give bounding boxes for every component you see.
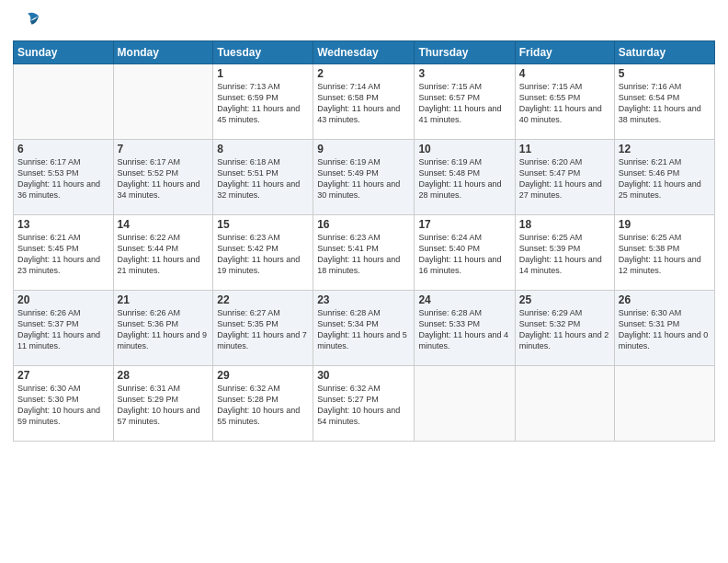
- day-number: 4: [519, 67, 610, 80]
- day-info: Sunrise: 6:28 AMSunset: 5:34 PMDaylight:…: [317, 307, 410, 352]
- day-info: Sunrise: 7:15 AMSunset: 6:57 PMDaylight:…: [418, 81, 510, 126]
- day-info: Sunrise: 6:18 AMSunset: 5:51 PMDaylight:…: [217, 156, 309, 201]
- calendar-cell: 27Sunrise: 6:30 AMSunset: 5:30 PMDayligh…: [14, 366, 114, 442]
- day-info: Sunrise: 6:26 AMSunset: 5:36 PMDaylight:…: [118, 307, 210, 352]
- calendar-header-saturday: Saturday: [614, 41, 714, 64]
- day-number: 26: [619, 293, 711, 306]
- day-info: Sunrise: 6:26 AMSunset: 5:37 PMDaylight:…: [17, 307, 109, 352]
- day-number: 10: [418, 143, 510, 155]
- day-number: 3: [418, 67, 510, 80]
- calendar-cell: 2Sunrise: 7:14 AMSunset: 6:58 PMDaylight…: [313, 64, 415, 140]
- calendar-week-row: 6Sunrise: 6:17 AMSunset: 5:53 PMDaylight…: [14, 140, 715, 215]
- calendar-cell: 21Sunrise: 6:26 AMSunset: 5:36 PMDayligh…: [113, 291, 213, 366]
- calendar-cell: 14Sunrise: 6:22 AMSunset: 5:44 PMDayligh…: [113, 215, 213, 291]
- day-info: Sunrise: 6:28 AMSunset: 5:33 PMDaylight:…: [418, 307, 510, 352]
- day-number: 13: [17, 218, 109, 231]
- day-number: 2: [317, 67, 410, 80]
- day-number: 17: [418, 218, 510, 231]
- day-info: Sunrise: 7:14 AMSunset: 6:58 PMDaylight:…: [317, 81, 410, 126]
- calendar-cell: 16Sunrise: 6:23 AMSunset: 5:41 PMDayligh…: [313, 215, 415, 291]
- day-number: 28: [118, 369, 210, 382]
- calendar-cell: 7Sunrise: 6:17 AMSunset: 5:52 PMDaylight…: [113, 140, 213, 215]
- day-info: Sunrise: 6:19 AMSunset: 5:48 PMDaylight:…: [418, 156, 510, 201]
- day-number: 15: [217, 218, 309, 231]
- calendar-cell: 5Sunrise: 7:16 AMSunset: 6:54 PMDaylight…: [614, 64, 714, 140]
- day-number: 30: [317, 369, 410, 382]
- calendar-cell: 8Sunrise: 6:18 AMSunset: 5:51 PMDaylight…: [213, 140, 313, 215]
- day-number: 29: [217, 369, 309, 382]
- day-info: Sunrise: 6:30 AMSunset: 5:30 PMDaylight:…: [17, 383, 109, 428]
- logo: [13, 9, 40, 35]
- day-info: Sunrise: 6:17 AMSunset: 5:52 PMDaylight:…: [118, 156, 210, 201]
- calendar-cell: 29Sunrise: 6:32 AMSunset: 5:28 PMDayligh…: [213, 366, 313, 442]
- calendar-cell: [14, 64, 114, 140]
- day-info: Sunrise: 6:32 AMSunset: 5:28 PMDaylight:…: [217, 383, 309, 428]
- calendar-table: SundayMondayTuesdayWednesdayThursdayFrid…: [13, 40, 715, 442]
- calendar-cell: 6Sunrise: 6:17 AMSunset: 5:53 PMDaylight…: [14, 140, 114, 215]
- calendar-cell: 11Sunrise: 6:20 AMSunset: 5:47 PMDayligh…: [515, 140, 614, 215]
- day-number: 23: [317, 293, 410, 306]
- calendar-cell: 4Sunrise: 7:15 AMSunset: 6:55 PMDaylight…: [515, 64, 614, 140]
- calendar-cell: 1Sunrise: 7:13 AMSunset: 6:59 PMDaylight…: [213, 64, 313, 140]
- calendar-cell: 13Sunrise: 6:21 AMSunset: 5:45 PMDayligh…: [14, 215, 114, 291]
- calendar-header-tuesday: Tuesday: [213, 41, 313, 64]
- day-number: 8: [217, 143, 309, 155]
- calendar-cell: 26Sunrise: 6:30 AMSunset: 5:31 PMDayligh…: [614, 291, 714, 366]
- calendar-cell: 18Sunrise: 6:25 AMSunset: 5:39 PMDayligh…: [515, 215, 614, 291]
- calendar-cell: [415, 366, 515, 442]
- day-number: 22: [217, 293, 309, 306]
- calendar-cell: 22Sunrise: 6:27 AMSunset: 5:35 PMDayligh…: [213, 291, 313, 366]
- day-number: 18: [519, 218, 610, 231]
- day-info: Sunrise: 6:29 AMSunset: 5:32 PMDaylight:…: [519, 307, 610, 352]
- day-info: Sunrise: 6:17 AMSunset: 5:53 PMDaylight:…: [17, 156, 109, 201]
- day-info: Sunrise: 6:24 AMSunset: 5:40 PMDaylight:…: [418, 232, 510, 277]
- calendar-cell: 24Sunrise: 6:28 AMSunset: 5:33 PMDayligh…: [415, 291, 515, 366]
- day-info: Sunrise: 6:31 AMSunset: 5:29 PMDaylight:…: [118, 383, 210, 428]
- calendar-cell: 30Sunrise: 6:32 AMSunset: 5:27 PMDayligh…: [313, 366, 415, 442]
- calendar-week-row: 20Sunrise: 6:26 AMSunset: 5:37 PMDayligh…: [14, 291, 715, 366]
- calendar-header-wednesday: Wednesday: [313, 41, 415, 64]
- logo-bird-icon: [15, 9, 40, 35]
- page: SundayMondayTuesdayWednesdayThursdayFrid…: [0, 0, 728, 563]
- day-info: Sunrise: 6:19 AMSunset: 5:49 PMDaylight:…: [317, 156, 410, 201]
- day-number: 14: [118, 218, 210, 231]
- day-number: 20: [17, 293, 109, 306]
- day-number: 12: [619, 143, 711, 155]
- day-info: Sunrise: 6:23 AMSunset: 5:42 PMDaylight:…: [217, 232, 309, 277]
- day-number: 21: [118, 293, 210, 306]
- day-number: 6: [17, 143, 109, 155]
- day-number: 19: [619, 218, 711, 231]
- calendar-week-row: 13Sunrise: 6:21 AMSunset: 5:45 PMDayligh…: [14, 215, 715, 291]
- calendar-cell: [614, 366, 714, 442]
- day-number: 9: [317, 143, 410, 155]
- day-info: Sunrise: 6:30 AMSunset: 5:31 PMDaylight:…: [619, 307, 711, 352]
- calendar-header-row: SundayMondayTuesdayWednesdayThursdayFrid…: [14, 41, 715, 64]
- calendar-week-row: 27Sunrise: 6:30 AMSunset: 5:30 PMDayligh…: [14, 366, 715, 442]
- calendar-cell: 20Sunrise: 6:26 AMSunset: 5:37 PMDayligh…: [14, 291, 114, 366]
- day-info: Sunrise: 6:25 AMSunset: 5:39 PMDaylight:…: [519, 232, 610, 277]
- day-info: Sunrise: 6:20 AMSunset: 5:47 PMDaylight:…: [519, 156, 610, 201]
- day-info: Sunrise: 6:21 AMSunset: 5:45 PMDaylight:…: [17, 232, 109, 277]
- day-info: Sunrise: 6:22 AMSunset: 5:44 PMDaylight:…: [118, 232, 210, 277]
- calendar-cell: 10Sunrise: 6:19 AMSunset: 5:48 PMDayligh…: [415, 140, 515, 215]
- day-info: Sunrise: 7:15 AMSunset: 6:55 PMDaylight:…: [519, 81, 610, 126]
- day-number: 16: [317, 218, 410, 231]
- day-info: Sunrise: 6:25 AMSunset: 5:38 PMDaylight:…: [619, 232, 711, 277]
- calendar-header-monday: Monday: [113, 41, 213, 64]
- day-info: Sunrise: 6:27 AMSunset: 5:35 PMDaylight:…: [217, 307, 309, 352]
- calendar-cell: 23Sunrise: 6:28 AMSunset: 5:34 PMDayligh…: [313, 291, 415, 366]
- calendar-cell: 12Sunrise: 6:21 AMSunset: 5:46 PMDayligh…: [614, 140, 714, 215]
- day-number: 25: [519, 293, 610, 306]
- calendar-cell: 9Sunrise: 6:19 AMSunset: 5:49 PMDaylight…: [313, 140, 415, 215]
- day-info: Sunrise: 6:23 AMSunset: 5:41 PMDaylight:…: [317, 232, 410, 277]
- day-info: Sunrise: 6:32 AMSunset: 5:27 PMDaylight:…: [317, 383, 410, 428]
- calendar-cell: 15Sunrise: 6:23 AMSunset: 5:42 PMDayligh…: [213, 215, 313, 291]
- calendar-cell: 25Sunrise: 6:29 AMSunset: 5:32 PMDayligh…: [515, 291, 614, 366]
- day-number: 7: [118, 143, 210, 155]
- day-info: Sunrise: 7:13 AMSunset: 6:59 PMDaylight:…: [217, 81, 309, 126]
- day-number: 27: [17, 369, 109, 382]
- day-info: Sunrise: 6:21 AMSunset: 5:46 PMDaylight:…: [619, 156, 711, 201]
- calendar-cell: 28Sunrise: 6:31 AMSunset: 5:29 PMDayligh…: [113, 366, 213, 442]
- calendar-week-row: 1Sunrise: 7:13 AMSunset: 6:59 PMDaylight…: [14, 64, 715, 140]
- day-number: 24: [418, 293, 510, 306]
